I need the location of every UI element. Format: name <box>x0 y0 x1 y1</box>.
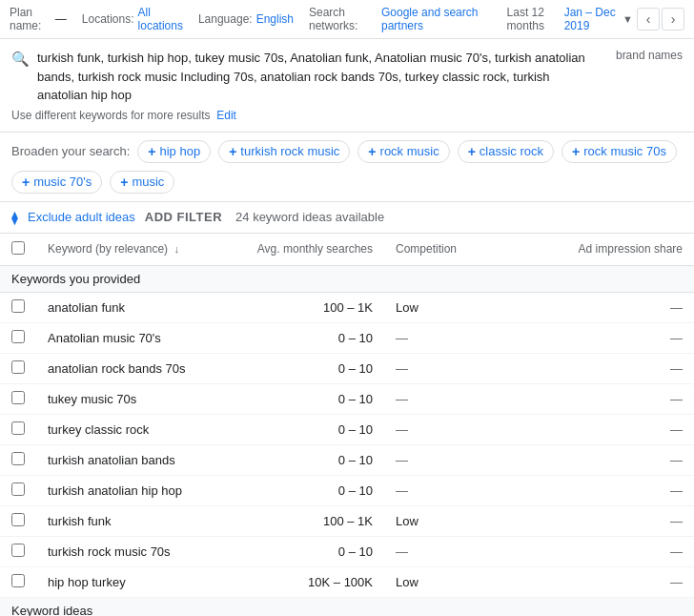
competition-cell: — <box>384 414 518 444</box>
add-filter-button[interactable]: ADD FILTER <box>145 210 222 224</box>
locations-value[interactable]: All locations <box>138 6 183 32</box>
chip-plus-icon: + <box>368 144 376 159</box>
ad-impression-value: — <box>670 331 683 345</box>
row-checkbox-cell[interactable] <box>0 566 36 597</box>
date-range-label: Last 12 months <box>507 6 561 32</box>
row-checkbox-cell[interactable] <box>0 353 36 383</box>
competition-cell: Low <box>384 505 518 536</box>
competition-column-header[interactable]: Competition <box>384 234 518 266</box>
including-brand-label: brand names <box>616 49 683 62</box>
nav-arrows: ‹ › <box>637 8 684 31</box>
ad-impression-value: — <box>670 300 683 315</box>
language-item: Language: English <box>198 12 294 26</box>
row-checkbox-cell[interactable] <box>0 475 36 505</box>
keyword-chip[interactable]: +classic rock <box>458 140 554 163</box>
dash: — <box>396 331 408 345</box>
row-checkbox[interactable] <box>11 360 25 374</box>
avg-searches-column-header[interactable]: Avg. monthly searches <box>213 234 384 266</box>
ad-impression-cell: — <box>518 292 694 322</box>
prev-arrow[interactable]: ‹ <box>637 8 660 31</box>
row-checkbox[interactable] <box>11 299 25 313</box>
table-row: turkish anatolian hip hop0 – 10—— <box>0 475 694 505</box>
keyword-column-header[interactable]: Keyword (by relevance) ↓ <box>36 234 213 266</box>
dash: — <box>396 361 408 376</box>
competition-cell: — <box>384 353 518 383</box>
table-row: hip hop turkey10K – 100KLow— <box>0 566 694 597</box>
row-checkbox[interactable] <box>11 544 25 557</box>
keyword-chip[interactable]: +hip hop <box>137 140 211 163</box>
search-text: turkish funk, turkish hip hop, tukey mus… <box>37 49 601 105</box>
exclude-adult-link[interactable]: Exclude adult ideas <box>28 210 135 224</box>
ad-impression-cell: — <box>518 322 694 353</box>
keyword-chip[interactable]: +music <box>110 171 174 194</box>
next-arrow[interactable]: › <box>662 8 684 31</box>
competition-cell: — <box>384 475 518 505</box>
ad-impression-cell: — <box>518 566 694 597</box>
sort-icon: ↓ <box>174 243 179 255</box>
row-checkbox-cell[interactable] <box>0 383 36 414</box>
diff-keywords-text: Use different keywords for more results <box>11 109 211 122</box>
avg-searches-cell: 0 – 10 <box>213 475 384 505</box>
edit-link[interactable]: Edit <box>216 109 236 122</box>
table-row: turkish rock music 70s0 – 10—— <box>0 536 694 566</box>
language-value[interactable]: English <box>256 12 294 26</box>
dropdown-icon[interactable]: ▼ <box>623 13 633 25</box>
keyword-chip[interactable]: +music 70's <box>11 171 102 194</box>
row-checkbox[interactable] <box>11 391 25 404</box>
keyword-count: 24 keyword ideas available <box>235 210 384 224</box>
row-checkbox-cell[interactable] <box>0 414 36 444</box>
ad-impression-value: — <box>670 422 683 437</box>
keyword-chip[interactable]: +turkish rock music <box>218 140 350 163</box>
ad-impression-cell: — <box>518 414 694 444</box>
table-row: tukey music 70s0 – 10—— <box>0 383 694 414</box>
table-row: turkey classic rock0 – 10—— <box>0 414 694 444</box>
chip-plus-icon: + <box>468 144 476 159</box>
keyword-chip[interactable]: +rock music 70s <box>561 140 677 163</box>
avg-searches-cell: 100 – 1K <box>213 292 384 322</box>
keyword-chip[interactable]: +rock music <box>357 140 449 163</box>
avg-searches-cell: 0 – 10 <box>213 353 384 383</box>
section-header-cell: Keywords you provided <box>0 265 694 292</box>
row-checkbox[interactable] <box>11 483 25 496</box>
keyword-cell: tukey music 70s <box>36 383 213 414</box>
diff-keywords-line: Use different keywords for more results … <box>11 109 683 122</box>
table-row: turkish funk100 – 1KLow— <box>0 505 694 536</box>
search-box: 🔍 turkish funk, turkish hip hop, tukey m… <box>11 49 683 105</box>
avg-searches-cell: 0 – 10 <box>213 536 384 566</box>
select-all-checkbox[interactable] <box>11 241 25 255</box>
row-checkbox[interactable] <box>11 330 25 343</box>
chip-plus-icon: + <box>148 144 155 159</box>
plan-name-label: Plan name: <box>10 6 51 32</box>
keyword-cell: turkish anatolian hip hop <box>36 475 213 505</box>
row-checkbox[interactable] <box>11 421 25 435</box>
row-checkbox[interactable] <box>11 513 25 526</box>
table-row: Anatolian music 70's0 – 10—— <box>0 322 694 353</box>
competition-value: Low <box>396 575 418 589</box>
ad-impression-value: — <box>670 453 683 467</box>
keyword-cell: turkey classic rock <box>36 414 213 444</box>
keyword-cell: turkish funk <box>36 505 213 536</box>
date-range-value[interactable]: Jan – Dec 2019 <box>564 6 619 32</box>
row-checkbox-cell[interactable] <box>0 444 36 475</box>
row-checkbox-cell[interactable] <box>0 536 36 566</box>
row-checkbox-cell[interactable] <box>0 292 36 322</box>
ad-impression-cell: — <box>518 475 694 505</box>
filter-bar: ⧫ Exclude adult ideas ADD FILTER 24 keyw… <box>0 202 694 234</box>
keyword-table: Keyword (by relevance) ↓ Avg. monthly se… <box>0 234 694 617</box>
plan-name-item: Plan name: — <box>10 6 67 32</box>
keyword-cell: turkish rock music 70s <box>36 536 213 566</box>
table-body: Keywords you providedanatolian funk100 –… <box>0 265 694 616</box>
row-checkbox[interactable] <box>11 452 25 465</box>
keyword-table-container: Keyword (by relevance) ↓ Avg. monthly se… <box>0 234 694 617</box>
row-checkbox[interactable] <box>11 574 25 587</box>
select-all-column[interactable] <box>0 234 36 266</box>
row-checkbox-cell[interactable] <box>0 322 36 353</box>
date-range: Last 12 months Jan – Dec 2019 ▼ ‹ › <box>507 6 684 32</box>
competition-cell: — <box>384 383 518 414</box>
avg-searches-cell: 0 – 10 <box>213 383 384 414</box>
ad-impression-column-header[interactable]: Ad impression share <box>518 234 694 266</box>
networks-value[interactable]: Google and search partners <box>381 6 492 32</box>
row-checkbox-cell[interactable] <box>0 505 36 536</box>
plan-name-value: — <box>55 12 67 26</box>
search-icon: 🔍 <box>11 51 30 68</box>
